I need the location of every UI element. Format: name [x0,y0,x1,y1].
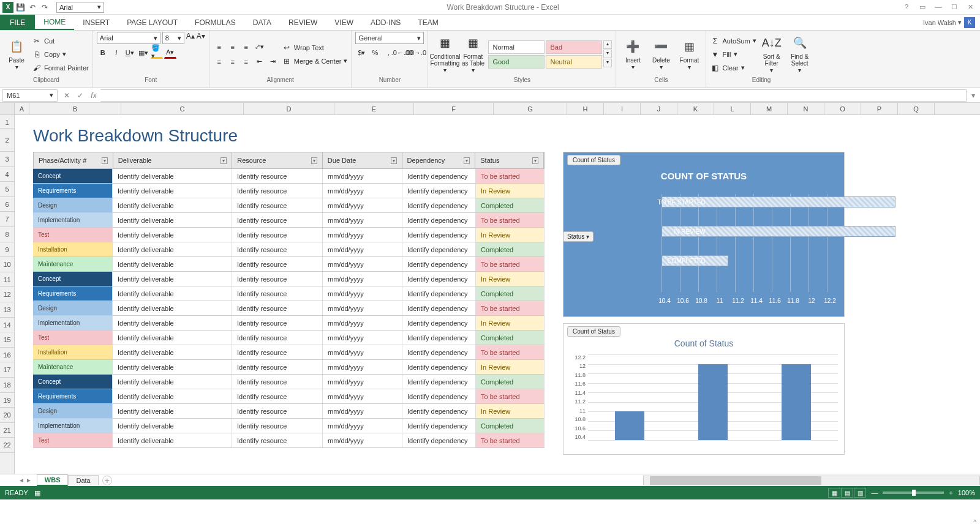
column-header[interactable]: I [604,103,641,114]
table-cell[interactable]: Identify deliverable [113,301,232,315]
table-cell[interactable]: mm/dd/yyyy [323,213,402,227]
row-header[interactable]: 21 [0,423,14,438]
table-row[interactable]: RequirementsIdentify deliverableIdentify… [33,286,545,301]
column-header[interactable]: H [567,103,604,114]
maximize-icon[interactable]: ☐ [947,3,962,11]
row-header[interactable]: 19 [0,393,14,408]
table-cell[interactable]: In Review [476,360,545,374]
tab-team[interactable]: TEAM [409,15,447,30]
tab-formulas[interactable]: FORMULAS [186,15,244,30]
table-cell[interactable]: Identify dependency [402,316,476,330]
help-icon[interactable]: ? [899,3,914,11]
sheet-nav[interactable]: ◄► [18,477,32,484]
expand-formula-icon[interactable]: ▾ [967,89,980,102]
tab-data[interactable]: DATA [244,15,280,30]
table-cell[interactable]: mm/dd/yyyy [323,242,402,256]
table-row[interactable]: ImplementationIdentify deliverableIdenti… [33,316,545,331]
close-icon[interactable]: ✕ [963,3,978,11]
qat-font-combo[interactable]: Arial▾ [56,2,104,13]
chart-count-of-status-vertical[interactable]: Count of Status Count of Status 12.21211… [563,323,845,455]
row-header[interactable]: 5 [0,182,14,197]
align-top-icon[interactable]: ≡ [213,41,225,53]
table-cell[interactable]: In Review [476,184,545,198]
column-header[interactable]: A [15,103,29,114]
filter-dropdown-icon[interactable]: ▾ [532,157,538,164]
number-format-combo[interactable]: General▾ [355,32,424,44]
table-cell[interactable]: Identify deliverable [113,272,232,286]
table-row[interactable]: DesignIdentify deliverableIdentify resou… [33,301,545,316]
row-header[interactable]: 22 [0,438,14,453]
table-cell[interactable]: mm/dd/yyyy [323,272,402,286]
file-tab[interactable]: FILE [0,15,35,30]
cell-styles-gallery[interactable]: Normal Bad Good Neutral [488,40,602,69]
table-cell[interactable]: Identify dependency [402,272,476,286]
column-header[interactable]: E [334,103,414,114]
table-cell[interactable]: Identify dependency [402,375,476,389]
sort-filter-button[interactable]: A↓ZSort & Filter▾ [759,34,785,75]
table-cell[interactable]: Identify dependency [402,301,476,315]
table-cell[interactable]: Identify deliverable [113,169,232,183]
table-cell[interactable]: mm/dd/yyyy [323,375,402,389]
horizontal-scrollbar[interactable] [643,476,980,485]
user-account[interactable]: Ivan Walsh▾ K [918,15,980,30]
formula-input[interactable] [100,89,967,102]
minimize-icon[interactable]: — [931,3,946,11]
row-header[interactable]: 20 [0,408,14,423]
table-cell[interactable]: Identify dependency [402,286,476,301]
table-cell[interactable]: Requirements [33,184,113,198]
decrease-indent-icon[interactable]: ⇤ [254,56,266,68]
table-cell[interactable]: Completed [476,198,545,212]
wrap-text-button[interactable]: ↩Wrap Text [282,42,348,54]
table-cell[interactable]: In Review [476,228,545,242]
table-cell[interactable]: Identify dependency [402,242,476,256]
row-header[interactable]: 2 [0,129,14,152]
table-cell[interactable]: Identify resource [232,286,323,301]
row-header[interactable]: 9 [0,242,14,258]
table-cell[interactable]: mm/dd/yyyy [323,433,402,447]
paste-button[interactable]: 📋 Paste▾ [4,34,29,75]
table-cell[interactable]: Identify resource [232,272,323,286]
table-cell[interactable]: mm/dd/yyyy [323,286,402,301]
tab-view[interactable]: VIEW [326,15,362,30]
merge-center-button[interactable]: ⊞Merge & Center ▾ [282,55,348,67]
table-cell[interactable]: Identify dependency [402,404,476,418]
table-cell[interactable]: Identify deliverable [113,228,232,242]
sheet-tab-data[interactable]: Data [68,475,98,485]
redo-icon[interactable]: ↷ [39,2,50,13]
row-header[interactable]: 14 [0,318,14,333]
row-header[interactable]: 13 [0,302,14,318]
table-cell[interactable]: Requirements [33,286,113,301]
table-cell[interactable]: Identify deliverable [113,184,232,198]
grid-content[interactable]: Work Breakdown Structure Phase/Activity … [15,115,980,474]
table-cell[interactable]: Identify resource [232,184,323,198]
column-header[interactable]: B [29,103,121,114]
row-header[interactable]: 17 [0,362,14,378]
table-cell[interactable]: Identify resource [232,404,323,418]
table-cell[interactable]: Identify deliverable [113,331,232,345]
table-cell[interactable]: Design [33,404,113,418]
align-bottom-icon[interactable]: ≡ [240,41,252,53]
table-cell[interactable]: Identify resource [232,331,323,345]
filter-dropdown-icon[interactable]: ▾ [102,157,108,164]
bold-button[interactable]: B [97,47,109,59]
table-cell[interactable]: Identify dependency [402,389,476,403]
tab-insert[interactable]: INSERT [74,15,118,30]
table-cell[interactable]: Identify deliverable [113,198,232,212]
cancel-formula-icon[interactable]: ✕ [60,89,74,102]
table-cell[interactable]: Identify dependency [402,169,476,183]
column-header[interactable]: G [494,103,567,114]
table-cell[interactable]: Maintenance [33,360,113,374]
font-color-button[interactable]: A▾ [164,47,176,59]
table-cell[interactable]: Identify dependency [402,198,476,212]
chart-badge[interactable]: Count of Status [567,155,620,165]
table-row[interactable]: DesignIdentify deliverableIdentify resou… [33,198,545,213]
table-cell[interactable]: mm/dd/yyyy [323,301,402,315]
table-cell[interactable]: To be started [476,433,545,447]
underline-button[interactable]: U▾ [124,47,136,59]
table-cell[interactable]: Identify resource [232,301,323,315]
format-painter-button[interactable]: 🖌Format Painter [32,62,89,74]
align-middle-icon[interactable]: ≡ [227,41,239,53]
cut-button[interactable]: ✂Cut [32,35,89,47]
table-cell[interactable]: mm/dd/yyyy [323,345,402,359]
table-cell[interactable]: Concept [33,272,113,286]
